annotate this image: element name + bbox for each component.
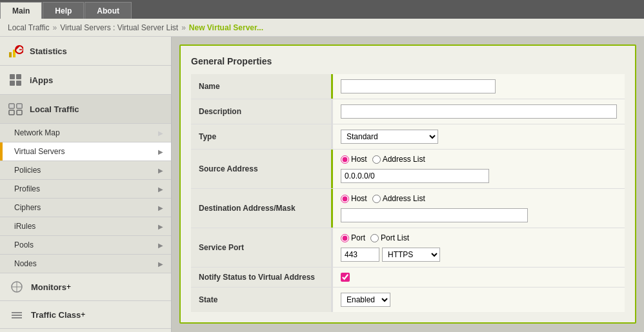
service-port-label: Service Port bbox=[191, 228, 333, 267]
source-addrlist-radio[interactable] bbox=[372, 155, 381, 164]
sidebar-item-iapps[interactable]: iApps bbox=[0, 66, 171, 95]
sidebar-item-profiles[interactable]: Profiles ▶ bbox=[0, 180, 171, 199]
bc-virtual-servers[interactable]: Virtual Servers : Virtual Server List bbox=[60, 23, 178, 32]
state-label: State bbox=[191, 288, 333, 312]
svg-rect-12 bbox=[17, 110, 22, 115]
monitors-add-icon[interactable]: + bbox=[66, 282, 71, 291]
virtual-servers-label: Virtual Servers bbox=[14, 147, 158, 156]
form-row-source-address: Source Address Host Address List bbox=[191, 150, 625, 189]
dest-host-radio[interactable] bbox=[341, 195, 349, 203]
ciphers-label: Ciphers bbox=[14, 203, 158, 212]
dest-addrlist-radio-label[interactable]: Address List bbox=[372, 194, 425, 203]
source-address-label: Source Address bbox=[191, 150, 333, 188]
content-area: General Properties Name Description bbox=[172, 37, 644, 332]
name-input[interactable] bbox=[341, 79, 496, 93]
dest-addrlist-radio[interactable] bbox=[372, 195, 381, 203]
irules-arrow: ▶ bbox=[158, 223, 163, 230]
form-row-name: Name bbox=[191, 74, 625, 99]
irules-label: iRules bbox=[14, 222, 158, 231]
sidebar-item-statistics[interactable]: Statistics bbox=[0, 37, 171, 66]
dest-radio-group: Host Address List bbox=[341, 194, 617, 203]
top-nav: Main Help About bbox=[0, 0, 644, 19]
portlist-radio[interactable] bbox=[370, 234, 379, 242]
lt-icon bbox=[6, 100, 25, 118]
sidebar-local-traffic-header[interactable]: Local Traffic bbox=[0, 95, 171, 124]
form-title: General Properties bbox=[191, 56, 625, 66]
traffic-icon bbox=[8, 306, 26, 324]
tab-main[interactable]: Main bbox=[0, 2, 42, 19]
bc-sep-2: » bbox=[181, 23, 186, 32]
iapps-icon bbox=[6, 71, 25, 89]
name-label: Name bbox=[191, 74, 333, 99]
svg-rect-0 bbox=[9, 52, 12, 57]
service-port-value-cell: Port Port List HTTPS HTTP FTP bbox=[333, 228, 625, 267]
sidebar-local-traffic-label: Local Traffic bbox=[30, 104, 79, 114]
pools-label: Pools bbox=[14, 240, 158, 249]
bc-local-traffic[interactable]: Local Traffic bbox=[8, 23, 49, 32]
state-value-cell: Enabled Disabled bbox=[333, 288, 625, 312]
state-select[interactable]: Enabled Disabled bbox=[341, 293, 390, 307]
chart-icon bbox=[6, 42, 25, 60]
description-input[interactable] bbox=[341, 104, 617, 119]
virtual-servers-arrow: ▶ bbox=[158, 148, 163, 155]
port-radio-group: Port Port List bbox=[341, 233, 617, 242]
svg-rect-6 bbox=[16, 81, 21, 86]
svg-rect-3 bbox=[10, 74, 15, 79]
source-host-radio-label[interactable]: Host bbox=[341, 155, 367, 164]
notify-value-cell bbox=[333, 268, 625, 287]
svg-rect-10 bbox=[17, 104, 22, 108]
sidebar-item-policies[interactable]: Policies ▶ bbox=[0, 161, 171, 180]
source-address-value-cell: Host Address List bbox=[333, 150, 625, 188]
source-addrlist-radio-label[interactable]: Address List bbox=[372, 155, 425, 164]
svg-rect-8 bbox=[9, 104, 14, 108]
main-layout: Statistics iApps bbox=[0, 37, 644, 332]
port-inputs: HTTPS HTTP FTP SMTP SSH bbox=[341, 248, 440, 262]
source-address-input[interactable] bbox=[341, 169, 489, 183]
sidebar-item-address-translation[interactable]: Address Translation ▶ bbox=[0, 329, 171, 332]
notify-checkbox[interactable] bbox=[341, 273, 350, 282]
type-label: Type bbox=[191, 124, 333, 149]
service-select[interactable]: HTTPS HTTP FTP SMTP SSH bbox=[382, 248, 440, 262]
svg-rect-17 bbox=[12, 315, 22, 316]
monitors-label: Monitors bbox=[31, 282, 66, 292]
portlist-radio-label[interactable]: Port List bbox=[370, 233, 409, 242]
port-radio[interactable] bbox=[341, 234, 349, 242]
type-value-cell: Standard Forwarding (IP) Forwarding (Lay… bbox=[333, 124, 625, 149]
sidebar-item-virtual-servers[interactable]: Virtual Servers ▶ bbox=[0, 142, 171, 161]
breadcrumb: Local Traffic » Virtual Servers : Virtua… bbox=[0, 19, 644, 37]
bc-current: New Virtual Server... bbox=[189, 23, 263, 32]
type-select[interactable]: Standard Forwarding (IP) Forwarding (Lay… bbox=[341, 130, 438, 144]
form-row-destination: Destination Address/Mask Host Address Li… bbox=[191, 189, 625, 228]
sidebar-item-irules[interactable]: iRules ▶ bbox=[0, 217, 171, 236]
sidebar-item-ciphers[interactable]: Ciphers ▶ bbox=[0, 199, 171, 217]
destination-value-cell: Host Address List bbox=[333, 189, 625, 228]
sidebar-item-pools[interactable]: Pools ▶ bbox=[0, 236, 171, 255]
traffic-class-add-icon[interactable]: + bbox=[81, 310, 85, 319]
tab-about[interactable]: About bbox=[85, 2, 132, 19]
accent-bar bbox=[0, 142, 3, 161]
sidebar-item-traffic-class[interactable]: Traffic Class + bbox=[0, 301, 171, 329]
tab-help[interactable]: Help bbox=[43, 2, 84, 19]
form-row-service-port: Service Port Port Port List bbox=[191, 228, 625, 268]
pools-arrow: ▶ bbox=[158, 242, 163, 249]
dest-host-radio-label[interactable]: Host bbox=[341, 194, 367, 203]
sidebar-item-monitors[interactable]: Monitors + bbox=[0, 273, 171, 301]
form-row-description: Description bbox=[191, 99, 625, 124]
description-value-cell bbox=[333, 99, 625, 124]
svg-rect-11 bbox=[9, 110, 14, 115]
svg-rect-4 bbox=[16, 74, 21, 79]
destination-label: Destination Address/Mask bbox=[191, 189, 333, 228]
port-radio-label[interactable]: Port bbox=[341, 233, 365, 242]
destination-input[interactable] bbox=[341, 208, 528, 222]
source-host-radio[interactable] bbox=[341, 155, 349, 164]
sidebar: Statistics iApps bbox=[0, 37, 172, 332]
sidebar-item-nodes[interactable]: Nodes ▶ bbox=[0, 255, 171, 273]
description-label: Description bbox=[191, 99, 333, 124]
network-map-label: Network Map bbox=[14, 128, 158, 137]
sidebar-item-network-map[interactable]: Network Map ▶ bbox=[0, 124, 171, 142]
policies-label: Policies bbox=[14, 166, 158, 175]
name-value-cell bbox=[333, 74, 625, 99]
port-number-input[interactable] bbox=[341, 248, 379, 262]
svg-rect-18 bbox=[12, 317, 22, 318]
form-row-state: State Enabled Disabled bbox=[191, 288, 625, 312]
